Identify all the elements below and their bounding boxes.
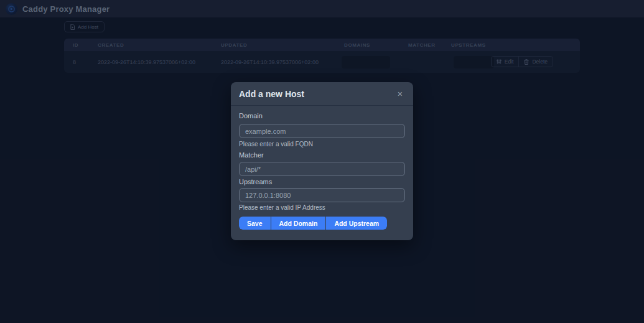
add-upstream-button[interactable]: Add Upstream <box>326 217 387 230</box>
upstreams-input[interactable] <box>239 188 405 202</box>
modal-header: Add a new Host × <box>231 82 413 106</box>
matcher-input[interactable] <box>239 162 405 176</box>
matcher-label: Matcher <box>239 151 405 159</box>
domain-label: Domain <box>239 112 405 119</box>
save-button[interactable]: Save <box>239 217 271 230</box>
modal-title: Add a new Host <box>239 89 304 99</box>
add-domain-button[interactable]: Add Domain <box>271 217 326 230</box>
modal-button-group: Save Add Domain Add Upstream <box>239 217 387 230</box>
domain-helper-text: Please enter a valid FQDN <box>239 141 405 147</box>
add-host-modal: Add a new Host × Domain Please enter a v… <box>231 82 413 240</box>
upstreams-helper-text: Please enter a valid IP Address <box>239 204 405 211</box>
upstreams-label: Upstreams <box>239 178 405 185</box>
close-icon[interactable]: × <box>395 88 405 100</box>
modal-body: Domain Please enter a valid FQDN Matcher… <box>231 106 413 238</box>
domain-input[interactable] <box>239 124 405 138</box>
